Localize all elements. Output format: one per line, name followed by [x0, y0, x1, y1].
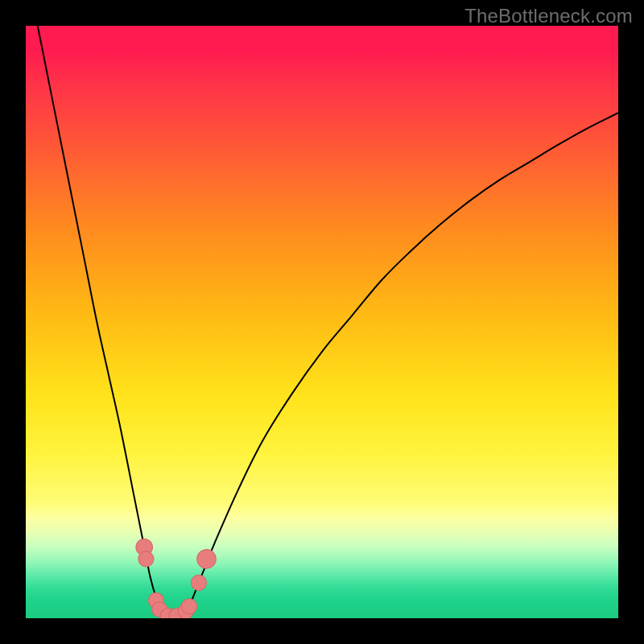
- curve-markers: [136, 539, 216, 618]
- curve-marker: [191, 575, 206, 590]
- curve-marker: [182, 599, 197, 614]
- curve-marker: [197, 550, 217, 569]
- plot-area: [26, 26, 618, 618]
- chart-frame: TheBottleneck.com: [0, 0, 644, 644]
- curve-marker: [138, 551, 154, 567]
- plot-svg: [26, 26, 618, 618]
- watermark-text: TheBottleneck.com: [464, 5, 633, 27]
- bottleneck-curve: [26, 26, 618, 617]
